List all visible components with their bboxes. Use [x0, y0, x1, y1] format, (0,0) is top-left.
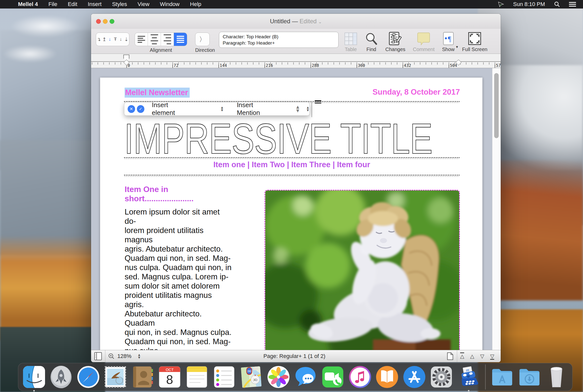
comment-button: Comment [413, 31, 435, 52]
menu-item-file[interactable]: File [48, 1, 57, 8]
zoom-stepper-icon[interactable]: ▲▼ [137, 353, 141, 359]
dock-mellel-icon[interactable]: m [457, 365, 481, 389]
dotted-rule [124, 157, 459, 159]
popup-close-button[interactable]: ✕ [128, 105, 135, 113]
item-one-heading[interactable]: Item One in short...................... [125, 185, 232, 203]
dock-maps-icon[interactable]: 2803D [239, 365, 263, 389]
align-left-button[interactable] [135, 33, 148, 46]
mark-button[interactable]: ↥ [102, 33, 107, 46]
go-up-icon[interactable]: △ [467, 353, 477, 359]
dock-trash-icon[interactable] [544, 365, 569, 389]
ruler-margin-strip [91, 54, 501, 62]
mark-button[interactable]: ↴ [96, 33, 102, 46]
scrollbar-thumb[interactable] [494, 73, 499, 138]
go-down-icon[interactable]: ▽ [477, 353, 487, 359]
mark-button[interactable]: ⇣ [124, 33, 129, 46]
menu-item-view[interactable]: View [138, 1, 149, 8]
document-big-title[interactable]: IMPRESSIVE TITLE [124, 114, 432, 163]
document-page[interactable]: Mellel Newsletter Sunday, 8 October 2017… [100, 78, 482, 350]
alignment-control [135, 33, 187, 46]
svg-text:¶: ¶ [448, 35, 451, 43]
show-dropdown-arrow-icon[interactable]: ▼ [455, 45, 459, 49]
dock: OCT8 2803D [18, 363, 572, 391]
calendar-month: OCT [166, 367, 174, 372]
align-right-button[interactable] [161, 33, 174, 46]
dock-ibooks-icon[interactable] [375, 365, 399, 389]
dock-reminders-icon[interactable] [212, 365, 236, 389]
cursor-menu-extra-icon[interactable] [498, 1, 504, 8]
running-indicator [33, 390, 35, 391]
ruler-ticks: 072144216288360432504576 [91, 62, 501, 68]
dock-notes-icon[interactable] [185, 365, 209, 389]
ruler[interactable]: 072144216288360432504576 [91, 54, 501, 68]
item-one-body[interactable]: Lorem ipsum dolor sit amet do- lorem pro… [125, 207, 232, 350]
popup-confirm-button[interactable]: ✓ [137, 105, 144, 113]
insert-element-stepper-icon[interactable]: ▲▼ [220, 106, 224, 112]
comment-icon [413, 31, 435, 45]
full-screen-button[interactable]: Full Screen [462, 31, 487, 52]
dock-facetime-icon[interactable] [321, 365, 345, 389]
dock-mail-icon[interactable] [103, 365, 128, 389]
dock-itunes-icon[interactable] [348, 365, 372, 389]
newsletter-title[interactable]: Mellel Newsletter [125, 88, 190, 98]
menu-bar: Mellel 4 File Edit Insert Styles View Wi… [0, 0, 583, 9]
dock-contacts-icon[interactable] [130, 365, 155, 389]
desktop: Mellel 4 File Edit Insert Styles View Wi… [0, 0, 583, 392]
notification-center-icon[interactable] [569, 2, 576, 7]
show-button[interactable]: ¶ ▼ Show [442, 31, 455, 52]
zoom-icon[interactable] [105, 353, 117, 359]
dock-calendar-icon[interactable]: OCT8 [158, 365, 182, 389]
mark-button[interactable]: Ŧ [113, 33, 118, 46]
mark-button[interactable]: ↓ [118, 33, 124, 46]
title-bar[interactable]: Untitled — Edited ⌄ [91, 14, 501, 29]
align-center-button[interactable] [148, 33, 161, 46]
mark-button[interactable]: ↓ [107, 33, 113, 46]
cherub-statue-image[interactable] [264, 190, 460, 350]
menu-clock[interactable]: Sun 8:10 PM [513, 1, 545, 8]
table-icon [344, 31, 357, 45]
page-info[interactable]: Page: Regular+ 1 (1 of 2) [156, 353, 433, 359]
direction-button[interactable]: 〉 [195, 33, 210, 46]
menu-item-styles[interactable]: Styles [112, 1, 127, 8]
dock-finder-icon[interactable] [22, 365, 46, 389]
spotlight-search-icon[interactable] [554, 1, 560, 7]
menu-app-name[interactable]: Mellel 4 [18, 1, 38, 8]
left-text-column[interactable]: Item One in short...................... … [125, 185, 232, 350]
dock-photos-icon[interactable] [266, 365, 290, 389]
dock-appstore-icon[interactable] [402, 365, 426, 389]
title-chevron-icon[interactable]: ⌄ [318, 20, 322, 24]
go-last-icon[interactable]: ▽ [487, 353, 497, 359]
dock-downloads-folder-icon[interactable] [517, 365, 541, 389]
dock-launchpad-icon[interactable] [49, 365, 73, 389]
style-indicator-box[interactable]: Character: Top Header (B) Paragraph: Top… [219, 32, 339, 48]
insert-mention-dropdown[interactable]: Insert Mention [237, 101, 276, 117]
window-title: Untitled — Edited ⌄ [91, 18, 501, 25]
page-icon[interactable] [443, 352, 457, 360]
dock-safari-icon[interactable] [76, 365, 100, 389]
changes-button[interactable]: Changes [385, 31, 405, 52]
sidebar-toggle-icon[interactable] [91, 352, 105, 360]
menu-item-edit[interactable]: Edit [68, 1, 77, 8]
zoom-level[interactable]: 128% [117, 353, 131, 359]
newsletter-date[interactable]: Sunday, 8 October 2017 [373, 88, 460, 98]
menu-item-help[interactable]: Help [190, 1, 201, 8]
dock-system-preferences-icon[interactable] [429, 365, 454, 389]
insertion-marks-control[interactable]: ↴ ↥ ↓ Ŧ ↓ ⇣ [96, 33, 129, 46]
ruler-number: 72 [174, 63, 178, 68]
find-button[interactable]: Find [365, 31, 378, 52]
find-icon [365, 31, 378, 45]
insert-mention-stepper-icon[interactable]: ▲▼ [306, 106, 310, 112]
document-nav-items[interactable]: Item one | Item Two | Item Three | Item … [124, 160, 459, 169]
ruler-number: 432 [404, 63, 411, 68]
rule-drag-handle[interactable] [315, 100, 321, 103]
dock-messages-icon[interactable] [294, 365, 318, 389]
align-justify-button[interactable] [174, 33, 187, 46]
dock-applications-folder-icon[interactable] [490, 365, 514, 389]
menu-item-window[interactable]: Window [160, 1, 179, 8]
go-first-icon[interactable]: △ [457, 353, 467, 359]
insert-element-dropdown[interactable]: Insert element [152, 101, 192, 117]
mellel-window: Untitled — Edited ⌄ ↴ ↥ ↓ Ŧ ↓ ⇣ [91, 14, 501, 362]
menu-item-insert[interactable]: Insert [88, 1, 102, 8]
ruler-number: 288 [312, 63, 319, 68]
scrollbar-track[interactable] [492, 68, 501, 350]
